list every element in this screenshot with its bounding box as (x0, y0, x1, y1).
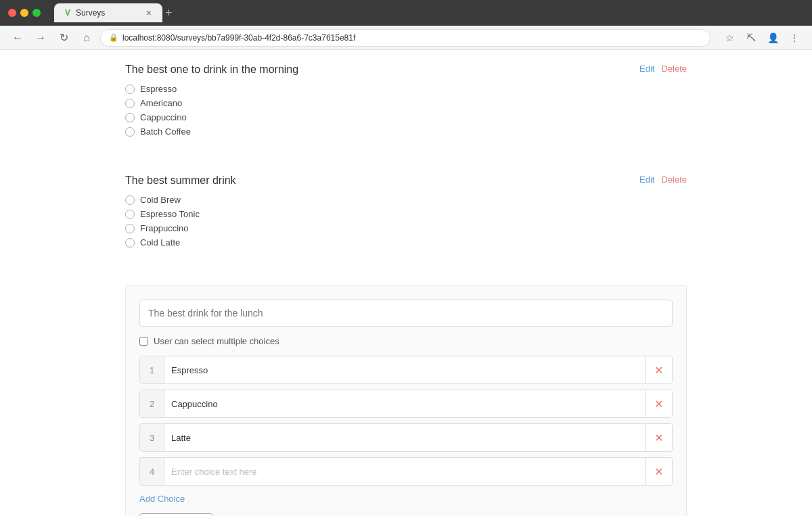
radio-icon (125, 195, 135, 205)
question-1-actions: Edit Delete (639, 64, 687, 74)
close-tab-button[interactable]: × (146, 7, 152, 18)
choice-number-1: 1 (140, 356, 164, 383)
question-1-section: The best one to drink in the morning Edi… (125, 64, 687, 154)
radio-icon (125, 99, 135, 108)
address-bar[interactable]: 🔒 localhost:8080/surveys/bb7a999f-30ab-4… (100, 29, 710, 47)
choice-number-3: 3 (140, 424, 164, 451)
list-item: Cold Brew (125, 195, 687, 205)
multiple-choices-label: User can select multiple choices (154, 336, 279, 346)
add-choice-button[interactable]: Add Choice (139, 494, 185, 504)
multiple-choices-checkbox[interactable] (139, 337, 148, 346)
question-1-header: The best one to drink in the morning Edi… (125, 64, 687, 76)
maximize-window-button[interactable] (32, 9, 41, 17)
list-item: Espresso (125, 84, 687, 94)
extensions-button[interactable]: ⛏ (742, 28, 761, 47)
list-item: Batch Coffee (125, 126, 687, 137)
question-1-options: Espresso Americano Cappuccino Batch Coff… (125, 84, 687, 137)
radio-icon (125, 85, 135, 94)
back-button[interactable]: ← (8, 28, 27, 47)
radio-icon (125, 238, 135, 248)
lock-icon: 🔒 (109, 33, 118, 42)
choice-row-2: 2 ✕ (139, 390, 673, 418)
list-item: Cold Latte (125, 237, 687, 248)
question-2-section: The best summer drink Edit Delete Cold B… (125, 174, 687, 265)
forward-button[interactable]: → (31, 28, 50, 47)
browser-actions: ☆ ⛏ 👤 ⋮ (720, 28, 804, 47)
close-window-button[interactable] (8, 9, 16, 17)
list-item: Espresso Tonic (125, 209, 687, 219)
home-button[interactable]: ⌂ (77, 28, 96, 47)
refresh-button[interactable]: ↻ (54, 28, 73, 47)
question-2-delete-button[interactable]: Delete (661, 174, 687, 185)
question-2-title: The best summer drink (125, 174, 236, 187)
browser-controls: ← → ↻ ⌂ 🔒 localhost:8080/surveys/bb7a999… (0, 26, 812, 50)
choice-delete-button-3[interactable]: ✕ (645, 424, 672, 451)
question-title-input[interactable] (139, 300, 673, 327)
option-text: Espresso (140, 84, 177, 94)
list-item: Frappuccino (125, 223, 687, 233)
option-text: Americano (140, 98, 182, 108)
bookmark-button[interactable]: ☆ (720, 28, 739, 47)
form-actions: Save Question Cancel (139, 513, 673, 516)
question-2-edit-button[interactable]: Edit (639, 174, 654, 185)
tab-favicon: V (65, 8, 70, 18)
option-text: Batch Coffee (140, 126, 191, 137)
list-item: Cappuccino (125, 112, 687, 122)
option-text: Cappuccino (140, 112, 187, 122)
choice-row-4: 4 ✕ (139, 457, 673, 486)
menu-button[interactable]: ⋮ (785, 28, 804, 47)
question-2-header: The best summer drink Edit Delete (125, 174, 687, 187)
question-2-options: Cold Brew Espresso Tonic Frappuccino Col… (125, 195, 687, 248)
choice-delete-button-1[interactable]: ✕ (645, 356, 672, 383)
new-tab-button[interactable]: + (165, 6, 173, 20)
list-item: Americano (125, 98, 687, 108)
choice-input-3[interactable] (164, 424, 645, 451)
browser-window: V Surveys × + ← → ↻ ⌂ 🔒 localhost:8080/s… (0, 0, 812, 516)
url-text: localhost:8080/surveys/bb7a999f-30ab-4f2… (122, 33, 355, 43)
choice-input-2[interactable] (164, 390, 645, 417)
choice-row-3: 3 ✕ (139, 423, 673, 452)
choice-row-1: 1 ✕ (139, 356, 673, 384)
edit-question-form: User can select multiple choices 1 ✕ 2 ✕… (125, 285, 687, 516)
question-2-actions: Edit Delete (639, 174, 687, 185)
radio-icon (125, 210, 135, 219)
tab-title: Surveys (76, 8, 105, 18)
question-1-delete-button[interactable]: Delete (661, 64, 687, 74)
active-tab[interactable]: V Surveys × (54, 3, 162, 22)
radio-icon (125, 127, 135, 137)
option-text: Frappuccino (140, 223, 189, 233)
profile-button[interactable]: 👤 (763, 28, 782, 47)
radio-icon (125, 224, 135, 233)
question-1-edit-button[interactable]: Edit (639, 64, 654, 74)
save-question-button[interactable]: Save Question (139, 513, 213, 516)
title-bar: V Surveys × + (0, 0, 812, 26)
choice-input-4[interactable] (164, 458, 645, 485)
radio-icon (125, 113, 135, 122)
tab-bar: V Surveys × + (54, 3, 804, 22)
survey-container: The best one to drink in the morning Edi… (112, 64, 700, 516)
page-content: The best one to drink in the morning Edi… (0, 50, 812, 516)
option-text: Cold Latte (140, 237, 180, 248)
option-text: Espresso Tonic (140, 209, 200, 219)
choice-number-2: 2 (140, 390, 164, 417)
choice-number-4: 4 (140, 458, 164, 485)
question-1-title: The best one to drink in the morning (125, 64, 298, 76)
choice-input-1[interactable] (164, 356, 645, 383)
minimize-window-button[interactable] (20, 9, 28, 17)
multiple-choice-row: User can select multiple choices (139, 336, 673, 346)
choice-delete-button-4[interactable]: ✕ (645, 458, 672, 485)
option-text: Cold Brew (140, 195, 181, 205)
choice-delete-button-2[interactable]: ✕ (645, 390, 672, 417)
traffic-lights (8, 9, 41, 17)
